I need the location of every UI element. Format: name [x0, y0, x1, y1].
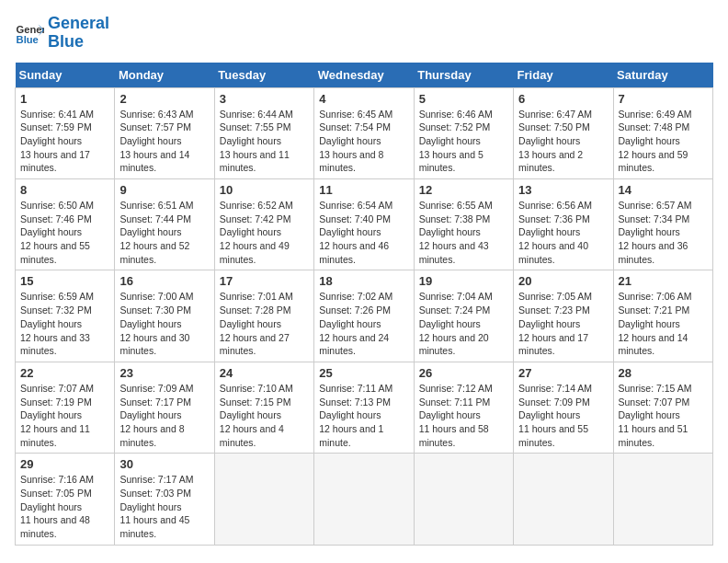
day-info: Sunrise: 7:16 AM Sunset: 7:05 PM Dayligh…: [20, 473, 109, 540]
day-info: Sunrise: 6:54 AM Sunset: 7:40 PM Dayligh…: [319, 199, 408, 266]
svg-text:Blue: Blue: [17, 34, 39, 45]
calendar-cell: 8 Sunrise: 6:50 AM Sunset: 7:46 PM Dayli…: [16, 179, 115, 270]
calendar-cell: 27 Sunrise: 7:14 AM Sunset: 7:09 PM Dayl…: [514, 362, 613, 453]
day-number: 5: [419, 92, 508, 106]
day-number: 10: [220, 183, 309, 197]
day-info: Sunrise: 7:10 AM Sunset: 7:15 PM Dayligh…: [220, 382, 309, 449]
calendar-week-3: 15 Sunrise: 6:59 AM Sunset: 7:32 PM Dayl…: [16, 270, 713, 362]
day-info: Sunrise: 6:59 AM Sunset: 7:32 PM Dayligh…: [20, 290, 109, 357]
day-info: Sunrise: 6:45 AM Sunset: 7:54 PM Dayligh…: [319, 108, 408, 175]
day-number: 6: [518, 92, 608, 106]
day-number: 26: [419, 366, 508, 380]
day-info: Sunrise: 7:14 AM Sunset: 7:09 PM Dayligh…: [518, 382, 608, 449]
calendar-week-2: 8 Sunrise: 6:50 AM Sunset: 7:46 PM Dayli…: [16, 179, 713, 270]
calendar-body: 1 Sunrise: 6:41 AM Sunset: 7:59 PM Dayli…: [16, 87, 713, 545]
day-info: Sunrise: 7:06 AM Sunset: 7:21 PM Dayligh…: [619, 290, 708, 357]
calendar-cell: 10 Sunrise: 6:52 AM Sunset: 7:42 PM Dayl…: [214, 179, 313, 270]
day-info: Sunrise: 7:01 AM Sunset: 7:28 PM Dayligh…: [220, 290, 309, 357]
svg-text:General: General: [17, 24, 44, 35]
day-number: 11: [319, 183, 408, 197]
calendar-cell: [414, 454, 513, 545]
calendar-cell: [314, 454, 414, 545]
calendar-cell: 22 Sunrise: 7:07 AM Sunset: 7:19 PM Dayl…: [16, 362, 115, 453]
day-number: 25: [319, 366, 408, 380]
day-number: 2: [119, 92, 209, 106]
calendar-week-1: 1 Sunrise: 6:41 AM Sunset: 7:59 PM Dayli…: [16, 87, 713, 178]
day-info: Sunrise: 7:02 AM Sunset: 7:26 PM Dayligh…: [319, 290, 408, 357]
day-number: 7: [619, 92, 708, 106]
day-info: Sunrise: 6:46 AM Sunset: 7:52 PM Dayligh…: [419, 108, 508, 175]
day-info: Sunrise: 6:43 AM Sunset: 7:57 PM Dayligh…: [119, 108, 209, 175]
day-info: Sunrise: 7:17 AM Sunset: 7:03 PM Dayligh…: [119, 473, 209, 540]
day-info: Sunrise: 6:55 AM Sunset: 7:38 PM Dayligh…: [419, 199, 508, 266]
day-info: Sunrise: 6:47 AM Sunset: 7:50 PM Dayligh…: [518, 108, 608, 175]
calendar-cell: 12 Sunrise: 6:55 AM Sunset: 7:38 PM Dayl…: [414, 179, 513, 270]
calendar-cell: 30 Sunrise: 7:17 AM Sunset: 7:03 PM Dayl…: [115, 454, 214, 545]
day-info: Sunrise: 7:07 AM Sunset: 7:19 PM Dayligh…: [20, 382, 109, 449]
calendar-cell: 9 Sunrise: 6:51 AM Sunset: 7:44 PM Dayli…: [115, 179, 214, 270]
logo: General Blue General Blue: [15, 15, 109, 52]
calendar-cell: 19 Sunrise: 7:04 AM Sunset: 7:24 PM Dayl…: [414, 270, 513, 362]
calendar-cell: [514, 454, 613, 545]
day-number: 4: [319, 92, 408, 106]
calendar-cell: 16 Sunrise: 7:00 AM Sunset: 7:30 PM Dayl…: [115, 270, 214, 362]
header-saturday: Saturday: [613, 63, 712, 88]
day-number: 9: [119, 183, 209, 197]
calendar-cell: 17 Sunrise: 7:01 AM Sunset: 7:28 PM Dayl…: [214, 270, 313, 362]
header-friday: Friday: [514, 63, 613, 88]
day-number: 18: [319, 274, 408, 288]
day-info: Sunrise: 6:41 AM Sunset: 7:59 PM Dayligh…: [20, 108, 109, 175]
calendar-cell: 15 Sunrise: 6:59 AM Sunset: 7:32 PM Dayl…: [16, 270, 115, 362]
day-number: 21: [619, 274, 708, 288]
header-sunday: Sunday: [16, 63, 115, 88]
logo-text-line1: General: [48, 15, 109, 33]
day-number: 13: [518, 183, 608, 197]
calendar-cell: 6 Sunrise: 6:47 AM Sunset: 7:50 PM Dayli…: [514, 87, 613, 178]
day-info: Sunrise: 6:49 AM Sunset: 7:48 PM Dayligh…: [619, 108, 708, 175]
calendar-cell: 24 Sunrise: 7:10 AM Sunset: 7:15 PM Dayl…: [214, 362, 313, 453]
calendar-week-5: 29 Sunrise: 7:16 AM Sunset: 7:05 PM Dayl…: [16, 454, 713, 545]
day-info: Sunrise: 7:05 AM Sunset: 7:23 PM Dayligh…: [518, 290, 608, 357]
day-number: 17: [220, 274, 309, 288]
day-info: Sunrise: 7:00 AM Sunset: 7:30 PM Dayligh…: [119, 290, 209, 357]
calendar-cell: 18 Sunrise: 7:02 AM Sunset: 7:26 PM Dayl…: [314, 270, 414, 362]
calendar-cell: 28 Sunrise: 7:15 AM Sunset: 7:07 PM Dayl…: [613, 362, 712, 453]
calendar-cell: 3 Sunrise: 6:44 AM Sunset: 7:55 PM Dayli…: [214, 87, 313, 178]
calendar-table: SundayMondayTuesdayWednesdayThursdayFrid…: [15, 63, 713, 546]
day-number: 23: [119, 366, 209, 380]
logo-icon: General Blue: [15, 18, 44, 48]
logo-text-line2: Blue: [48, 33, 109, 52]
day-number: 3: [220, 92, 309, 106]
day-number: 15: [20, 274, 109, 288]
day-number: 29: [20, 457, 109, 471]
header-monday: Monday: [115, 63, 214, 88]
day-info: Sunrise: 7:15 AM Sunset: 7:07 PM Dayligh…: [619, 382, 708, 449]
calendar-cell: 23 Sunrise: 7:09 AM Sunset: 7:17 PM Dayl…: [115, 362, 214, 453]
calendar-cell: 5 Sunrise: 6:46 AM Sunset: 7:52 PM Dayli…: [414, 87, 513, 178]
calendar-cell: 29 Sunrise: 7:16 AM Sunset: 7:05 PM Dayl…: [16, 454, 115, 545]
day-number: 30: [119, 457, 209, 471]
header-wednesday: Wednesday: [314, 63, 414, 88]
calendar-cell: 14 Sunrise: 6:57 AM Sunset: 7:34 PM Dayl…: [613, 179, 712, 270]
day-info: Sunrise: 6:52 AM Sunset: 7:42 PM Dayligh…: [220, 199, 309, 266]
day-info: Sunrise: 6:50 AM Sunset: 7:46 PM Dayligh…: [20, 199, 109, 266]
day-number: 27: [518, 366, 608, 380]
day-info: Sunrise: 7:09 AM Sunset: 7:17 PM Dayligh…: [119, 382, 209, 449]
day-number: 28: [619, 366, 708, 380]
calendar-cell: 21 Sunrise: 7:06 AM Sunset: 7:21 PM Dayl…: [613, 270, 712, 362]
calendar-cell: 4 Sunrise: 6:45 AM Sunset: 7:54 PM Dayli…: [314, 87, 414, 178]
day-number: 14: [619, 183, 708, 197]
day-info: Sunrise: 7:04 AM Sunset: 7:24 PM Dayligh…: [419, 290, 508, 357]
day-number: 19: [419, 274, 508, 288]
day-info: Sunrise: 6:56 AM Sunset: 7:36 PM Dayligh…: [518, 199, 608, 266]
calendar-cell: 1 Sunrise: 6:41 AM Sunset: 7:59 PM Dayli…: [16, 87, 115, 178]
calendar-cell: 20 Sunrise: 7:05 AM Sunset: 7:23 PM Dayl…: [514, 270, 613, 362]
calendar-week-4: 22 Sunrise: 7:07 AM Sunset: 7:19 PM Dayl…: [16, 362, 713, 453]
calendar-cell: [613, 454, 712, 545]
header-tuesday: Tuesday: [214, 63, 313, 88]
day-number: 8: [20, 183, 109, 197]
day-number: 24: [220, 366, 309, 380]
header-thursday: Thursday: [414, 63, 513, 88]
day-number: 16: [119, 274, 209, 288]
day-number: 20: [518, 274, 608, 288]
